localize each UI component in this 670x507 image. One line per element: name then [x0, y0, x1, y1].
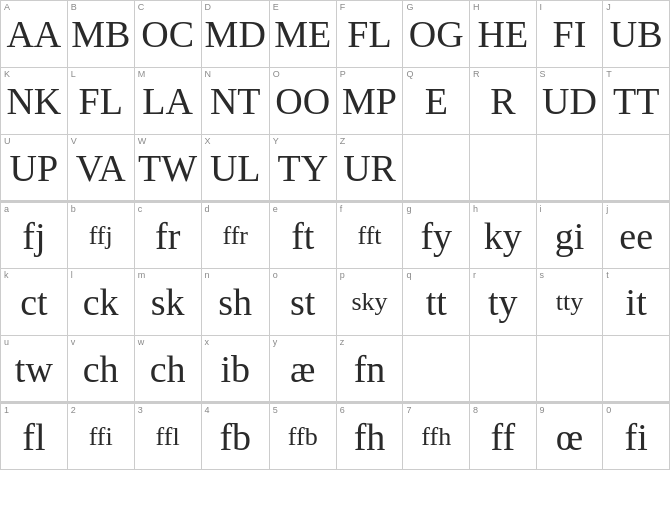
glyph-cell: eft: [269, 202, 336, 269]
cell-glyph: æ: [273, 338, 333, 399]
glyph-cell: 8ff: [470, 403, 536, 470]
cell-glyph: LA: [138, 70, 198, 132]
cell-label: U: [4, 137, 11, 146]
cell-glyph: ffi: [71, 406, 131, 467]
glyph-cell: psky: [336, 269, 403, 336]
glyph-cell: msk: [134, 269, 201, 336]
cell-label: H: [473, 3, 480, 12]
glyph-cell: XUL: [201, 135, 269, 202]
cell-glyph: ffh: [406, 406, 466, 467]
cell-label: 7: [406, 406, 411, 415]
cell-glyph: UP: [4, 137, 64, 198]
glyph-cell: 3ffl: [134, 403, 201, 470]
glyph-cell: xib: [201, 336, 269, 403]
cell-glyph: tty: [540, 271, 600, 333]
cell-glyph: E: [406, 70, 466, 132]
glyph-cell: 1fl: [1, 403, 68, 470]
cell-label: x: [205, 338, 210, 347]
cell-glyph: ky: [473, 205, 532, 266]
cell-label: 2: [71, 406, 76, 415]
glyph-cell: 6fh: [336, 403, 403, 470]
cell-label: b: [71, 205, 76, 214]
glyph-cell: wch: [134, 336, 201, 403]
glyph-cell: UUP: [1, 135, 68, 202]
cell-glyph: ib: [205, 338, 266, 399]
glyph-cell: afj: [1, 202, 68, 269]
cell-label: E: [273, 3, 279, 12]
glyph-cell: ZUR: [336, 135, 403, 202]
glyph-cell: 2ffi: [67, 403, 134, 470]
glyph-cell: rty: [470, 269, 536, 336]
glyph-cell: RR: [470, 68, 536, 135]
cell-glyph: UD: [540, 70, 600, 132]
cell-glyph: ffb: [273, 406, 333, 467]
glyph-cell: 9œ: [536, 403, 603, 470]
cell-glyph: fn: [340, 338, 400, 399]
glyph-cell: FFL: [336, 1, 403, 68]
cell-glyph: FI: [540, 3, 600, 65]
cell-glyph: ff: [473, 406, 532, 467]
cell-label: 5: [273, 406, 278, 415]
cell-glyph: ME: [273, 3, 333, 65]
glyph-cell: [536, 336, 603, 403]
glyph-cell: bffj: [67, 202, 134, 269]
glyph-cell: [403, 135, 470, 202]
cell-label: i: [540, 205, 542, 214]
cell-glyph: fh: [340, 406, 400, 467]
glyph-cell: SUD: [536, 68, 603, 135]
cell-glyph: st: [273, 271, 333, 333]
glyph-cell: IFI: [536, 1, 603, 68]
cell-glyph: NT: [205, 70, 266, 132]
glyph-cell: utw: [1, 336, 68, 403]
cell-glyph: ffj: [71, 205, 131, 266]
glyph-cell: [470, 135, 536, 202]
cell-glyph: ft: [273, 205, 333, 266]
cell-glyph: OO: [273, 70, 333, 132]
glyph-cell: jee: [603, 202, 670, 269]
glyph-cell: BMB: [67, 1, 134, 68]
cell-glyph: gi: [540, 205, 600, 266]
cell-glyph: fl: [4, 406, 64, 467]
cell-glyph: fft: [340, 205, 400, 266]
cell-label: r: [473, 271, 476, 280]
cell-glyph: OC: [138, 3, 198, 65]
cell-label: w: [138, 338, 145, 347]
cell-label: R: [473, 70, 480, 79]
glyph-cell: zfn: [336, 336, 403, 403]
glyph-cell: cfr: [134, 202, 201, 269]
cell-label: 3: [138, 406, 143, 415]
cell-label: V: [71, 137, 77, 146]
cell-glyph: fb: [205, 406, 266, 467]
cell-label: c: [138, 205, 143, 214]
cell-label: f: [340, 205, 343, 214]
cell-label: A: [4, 3, 10, 12]
cell-glyph: sky: [340, 271, 400, 333]
cell-label: G: [406, 3, 413, 12]
cell-glyph: ct: [4, 271, 64, 333]
glyph-cell: gfy: [403, 202, 470, 269]
cell-label: 8: [473, 406, 478, 415]
cell-glyph: FL: [71, 70, 131, 132]
glyph-cell: hky: [470, 202, 536, 269]
glyph-cell: tit: [603, 269, 670, 336]
cell-glyph: ee: [606, 205, 666, 266]
cell-glyph: HE: [473, 3, 532, 65]
cell-glyph: ck: [71, 271, 131, 333]
cell-glyph: ffl: [138, 406, 198, 467]
cell-glyph: TY: [273, 137, 333, 198]
glyph-cell: KNK: [1, 68, 68, 135]
cell-label: T: [606, 70, 612, 79]
glyph-grid: AAABMBCOCDMDEMEFFLGOGHHEIFIJUBKNKLFLMLAN…: [0, 0, 670, 470]
cell-glyph: UB: [606, 3, 666, 65]
cell-glyph: it: [606, 271, 666, 333]
glyph-cell: LFL: [67, 68, 134, 135]
glyph-cell: kct: [1, 269, 68, 336]
cell-glyph: ch: [71, 338, 131, 399]
glyph-cell: lck: [67, 269, 134, 336]
glyph-cell: PMP: [336, 68, 403, 135]
cell-label: J: [606, 3, 611, 12]
cell-label: y: [273, 338, 278, 347]
cell-label: d: [205, 205, 210, 214]
cell-glyph: UR: [340, 137, 400, 198]
glyph-cell: GOG: [403, 1, 470, 68]
